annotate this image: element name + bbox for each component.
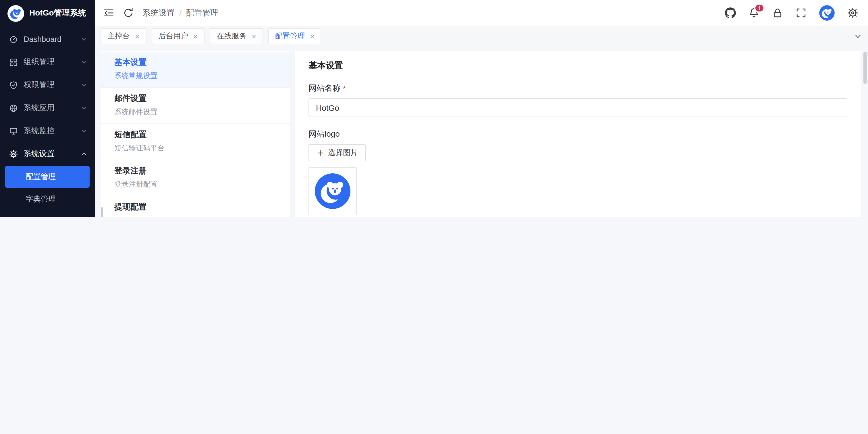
submenu-item-label: 配置管理	[26, 172, 56, 182]
submenu-item-cron[interactable]: 定时任务	[0, 210, 95, 217]
app-title: HotGo管理系统	[29, 8, 86, 19]
tab-actions-dropdown[interactable]	[847, 26, 868, 46]
tab-online-service[interactable]: 在线服务 ×	[210, 28, 263, 44]
chevron-down-icon	[81, 59, 87, 65]
tabbar: 主控台 × 后台用户 × 在线服务 × 配置管理 ×	[95, 26, 868, 46]
sidebar-item-apps[interactable]: 系统应用	[0, 96, 95, 120]
settings-nav-subtitle: 短信验证码平台	[114, 143, 276, 153]
chevron-down-icon	[854, 32, 861, 40]
user-avatar[interactable]	[819, 5, 835, 21]
settings-nav-item-sms[interactable]: 短信配置 短信验证码平台	[100, 124, 290, 160]
submenu-item-label: 字典管理	[26, 194, 56, 204]
settings-nav-subtitle: 登录注册配置	[114, 180, 276, 190]
sidebar-submenu-settings: 配置管理 字典管理 定时任务 黑名单	[0, 166, 95, 217]
submenu-item-dict[interactable]: 字典管理	[0, 188, 95, 210]
gear-icon	[9, 149, 18, 158]
settings-nav-subtitle: 管理员提现规则配置	[114, 216, 276, 217]
settings-nav-title: 登录注册	[114, 166, 276, 176]
header: 系统设置 / 配置管理 1	[95, 0, 868, 26]
github-icon[interactable]	[725, 7, 736, 19]
settings-nav-subtitle: 系统邮件设置	[114, 107, 276, 117]
shield-icon	[9, 81, 18, 89]
sidebar-item-org[interactable]: 组织管理	[0, 51, 95, 73]
refresh-icon[interactable]	[123, 7, 134, 19]
sidebar-item-label: 系统监控	[24, 126, 75, 136]
close-icon[interactable]: ×	[135, 32, 139, 40]
sidebar-item-settings[interactable]: 系统设置	[0, 142, 95, 165]
select-image-label: 选择图片	[328, 147, 358, 158]
breadcrumb-item[interactable]: 系统设置	[143, 8, 175, 18]
sidebar-menu: Dashboard 组织管理 权限管理 系统	[0, 26, 95, 217]
sidebar: HotGo管理系统 Dashboard 组织管理 权限管	[0, 0, 95, 217]
chevron-down-icon	[81, 82, 87, 88]
sidebar-item-label: 权限管理	[24, 80, 75, 90]
collapse-menu-icon[interactable]	[103, 7, 114, 19]
sidebar-item-monitor[interactable]: 系统监控	[0, 120, 95, 142]
dashboard-icon	[9, 35, 18, 43]
tab-label: 在线服务	[217, 31, 246, 41]
required-asterisk: *	[343, 84, 346, 93]
content: 基本设置 系统常规设置 邮件设置 系统邮件设置 短信配置 短信验证码平台 登录注…	[95, 46, 868, 217]
settings-nav-subtitle: 系统常规设置	[114, 71, 276, 81]
close-icon[interactable]: ×	[252, 32, 256, 40]
lock-icon[interactable]	[772, 7, 783, 19]
fullscreen-icon[interactable]	[796, 7, 807, 19]
header-actions: 1	[725, 5, 858, 21]
breadcrumb-separator: /	[179, 8, 182, 18]
notification-badge: 1	[754, 3, 765, 13]
app-root: HotGo管理系统 Dashboard 组织管理 权限管	[0, 0, 868, 217]
sidebar-item-label: 系统应用	[24, 103, 75, 113]
tab-label: 主控台	[107, 31, 130, 41]
settings-nav-scrollbar[interactable]	[101, 207, 103, 217]
main-column: 系统设置 / 配置管理 1	[95, 0, 868, 217]
tab-admin-users[interactable]: 后台用户 ×	[151, 28, 205, 44]
chevron-down-icon	[81, 128, 87, 134]
settings-nav-title: 短信配置	[114, 130, 276, 140]
settings-nav-panel: 基本设置 系统常规设置 邮件设置 系统邮件设置 短信配置 短信验证码平台 登录注…	[100, 51, 290, 217]
notifications[interactable]: 1	[748, 7, 760, 19]
settings-nav-item-withdraw[interactable]: 提现配置 管理员提现规则配置	[100, 196, 290, 217]
chevron-up-icon	[81, 151, 87, 157]
close-icon[interactable]: ×	[193, 32, 197, 40]
close-icon[interactable]: ×	[310, 32, 314, 40]
org-grid-icon	[9, 58, 18, 66]
hotgo-logo-icon	[7, 5, 24, 22]
breadcrumb: 系统设置 / 配置管理	[143, 8, 218, 18]
submenu-item-label: 定时任务	[26, 216, 56, 217]
settings-gear-icon[interactable]	[847, 7, 858, 19]
avatar-logo-icon	[819, 5, 835, 21]
site-logo-preview[interactable]	[308, 167, 357, 215]
sidebar-item-label: Dashboard	[24, 35, 75, 43]
sidebar-item-dashboard[interactable]: Dashboard	[0, 28, 95, 51]
form-title: 基本设置	[308, 60, 847, 71]
site-logo-label: 网站logo	[308, 129, 847, 139]
tab-label: 后台用户	[158, 31, 188, 41]
site-name-label: 网站名称 *	[308, 83, 847, 94]
site-name-input[interactable]	[308, 98, 847, 117]
submenu-item-config[interactable]: 配置管理	[5, 166, 90, 188]
settings-nav-item-email[interactable]: 邮件设置 系统邮件设置	[100, 88, 290, 124]
sidebar-item-label: 系统设置	[24, 149, 75, 159]
settings-nav-title: 提现配置	[114, 202, 276, 212]
basic-settings-form: 基本设置 网站名称 * 网站logo 选择图片 网站域名 如果客户端通过	[295, 51, 861, 217]
monitor-icon	[9, 127, 18, 135]
tab-dashboard[interactable]: 主控台 ×	[100, 28, 146, 44]
site-logo-image	[315, 173, 350, 209]
sidebar-item-label: 组织管理	[24, 57, 75, 67]
select-image-button[interactable]: 选择图片	[308, 144, 366, 161]
globe-icon	[9, 104, 18, 112]
plus-icon	[316, 149, 324, 157]
app-logo[interactable]: HotGo管理系统	[0, 0, 95, 26]
chevron-down-icon	[81, 105, 87, 111]
sidebar-item-permission[interactable]: 权限管理	[0, 73, 95, 96]
breadcrumb-item[interactable]: 配置管理	[186, 8, 218, 18]
tab-config-manage[interactable]: 配置管理 ×	[268, 28, 321, 44]
chevron-down-icon	[81, 36, 87, 42]
tab-label: 配置管理	[275, 31, 305, 41]
settings-nav-item-basic[interactable]: 基本设置 系统常规设置	[100, 52, 290, 88]
settings-nav-title: 邮件设置	[114, 94, 276, 104]
settings-nav-title: 基本设置	[114, 58, 276, 68]
settings-nav-item-login[interactable]: 登录注册 登录注册配置	[100, 160, 290, 196]
page-scrollbar[interactable]	[863, 52, 867, 84]
